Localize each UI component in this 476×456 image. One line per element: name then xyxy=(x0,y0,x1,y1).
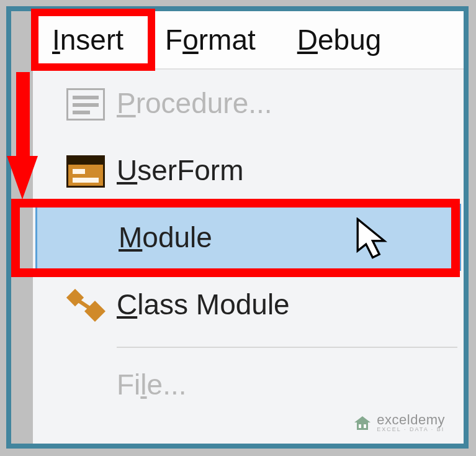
svg-rect-19 xyxy=(357,422,368,430)
editor-frame: Insert Format Debug Procedure... xyxy=(6,6,469,449)
menu-format[interactable]: Format xyxy=(155,18,266,62)
watermark: exceldemy EXCEL · DATA · BI xyxy=(353,413,445,432)
item-ul: l xyxy=(140,368,146,401)
svg-rect-20 xyxy=(359,424,361,428)
item-post: lass Module xyxy=(137,288,289,321)
item-ul: C xyxy=(117,288,137,321)
item-ul: P xyxy=(117,86,136,120)
dropdown-item-file: File... xyxy=(33,357,464,413)
dropdown-item-class-module[interactable]: Class Module xyxy=(33,271,464,338)
menu-label-post: rmat xyxy=(199,24,256,56)
item-post: odule xyxy=(142,221,212,254)
svg-marker-18 xyxy=(354,416,370,422)
svg-rect-21 xyxy=(364,424,366,428)
item-ul: U xyxy=(117,153,137,187)
menu-label-ul: D xyxy=(297,24,318,56)
item-post: rocedure... xyxy=(136,86,272,120)
menu-debug[interactable]: Debug xyxy=(287,18,392,62)
item-ul: M xyxy=(119,221,142,254)
menu-bar: Insert Format Debug xyxy=(33,11,464,68)
menu-label-pre: F xyxy=(165,24,182,56)
menu-insert[interactable]: Insert xyxy=(42,18,133,62)
svg-rect-0 xyxy=(16,72,30,159)
menu-label-ul: I xyxy=(52,24,60,56)
watermark-tagline: EXCEL · DATA · BI xyxy=(377,427,445,432)
menu-label-post: nsert xyxy=(60,24,123,56)
dropdown-item-procedure: Procedure... xyxy=(33,70,464,137)
watermark-logo-icon xyxy=(353,415,372,431)
insert-dropdown: Procedure... UserForm Module xyxy=(33,68,464,444)
item-post: serForm xyxy=(137,153,243,187)
item-post: e... xyxy=(147,368,187,401)
menu-label-post: ebug xyxy=(318,24,381,56)
item-pre: Fi xyxy=(117,368,140,401)
menu-label-ul: o xyxy=(182,24,199,56)
dropdown-divider xyxy=(117,347,457,348)
dropdown-item-module[interactable]: Module xyxy=(35,204,461,271)
watermark-name: exceldemy xyxy=(377,413,445,427)
dropdown-item-userform[interactable]: UserForm xyxy=(33,137,464,204)
